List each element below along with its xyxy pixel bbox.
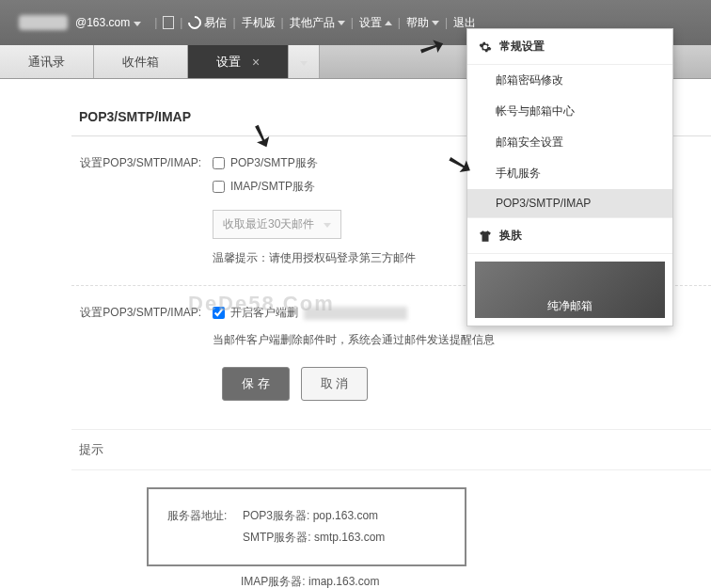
yixin-icon (186, 13, 205, 32)
days-select[interactable]: 收取最近30天邮件 (213, 210, 341, 239)
server-box: 服务器地址:POP3服务器: pop.163.com SMTP服务器: smtp… (147, 487, 466, 566)
email-domain: @163.com (75, 16, 130, 29)
imap-server: IMAP服务器: imap.163.com (241, 575, 379, 588)
other-products-menu[interactable]: 其他产品 (290, 15, 345, 31)
save-button[interactable]: 保 存 (222, 367, 290, 401)
username-blurred (19, 15, 68, 30)
skin-banner-label: 纯净邮箱 (547, 298, 592, 314)
cancel-button[interactable]: 取 消 (301, 367, 369, 401)
dropdown-head-skin-label: 换肤 (499, 228, 522, 244)
shirt-icon (479, 230, 492, 243)
yixin-link[interactable]: 易信 (188, 15, 227, 31)
settings-dropdown: 常规设置 邮箱密码修改 帐号与邮箱中心 邮箱安全设置 手机服务 POP3/SMT… (466, 28, 673, 326)
mobile-link[interactable]: 手机版 (242, 15, 276, 31)
help-menu[interactable]: 帮助 (406, 15, 439, 31)
button-row: 保 存 取 消 (222, 367, 711, 401)
tab-inbox[interactable]: 收件箱 (94, 45, 188, 78)
label-service: 设置POP3/SMTP/IMAP: (71, 155, 213, 171)
tips-head: 提示 (71, 429, 711, 470)
dropdown-head-skin[interactable]: 换肤 (467, 217, 672, 254)
server-label: 服务器地址: (167, 508, 243, 524)
tab-contacts[interactable]: 通讯录 (0, 45, 94, 78)
checkbox-imapsmtp-input[interactable] (213, 181, 225, 193)
dd-item-account[interactable]: 帐号与邮箱中心 (467, 96, 672, 127)
dd-item-mobile[interactable]: 手机服务 (467, 158, 672, 189)
checkbox-imapsmtp-label: IMAP/SMTP服务 (230, 179, 315, 195)
chevron-down-icon (134, 16, 141, 29)
phone-icon[interactable] (163, 16, 174, 29)
close-icon[interactable]: × (252, 55, 260, 70)
watermark: DeDe58.Com (188, 292, 335, 316)
pop-server: POP3服务器: pop.163.com (243, 509, 378, 522)
chevron-down-icon (324, 217, 331, 230)
smtp-server: SMTP服务器: smtp.163.com (243, 531, 385, 544)
tab-settings[interactable]: 设置 × (188, 45, 289, 78)
dropdown-head-general[interactable]: 常规设置 (467, 29, 672, 65)
gear-icon (479, 40, 492, 54)
account-menu[interactable]: @163.com (11, 15, 149, 30)
tab-settings-label: 设置 (216, 54, 241, 71)
skin-banner[interactable]: 纯净邮箱 (475, 262, 665, 318)
dd-item-security[interactable]: 邮箱安全设置 (467, 127, 672, 158)
dd-item-password[interactable]: 邮箱密码修改 (467, 65, 672, 96)
dd-item-pop3[interactable]: POP3/SMTP/IMAP (467, 189, 672, 217)
chevron-down-icon (300, 55, 308, 69)
delete-hint: 当邮件客户端删除邮件时，系统会通过邮件发送提醒信息 (213, 332, 711, 348)
settings-menu[interactable]: 设置 (359, 15, 392, 31)
dropdown-head-general-label: 常规设置 (499, 39, 545, 55)
checkbox-pop3smtp-label: POP3/SMTP服务 (230, 155, 318, 171)
tab-dropdown-toggle[interactable] (289, 45, 320, 78)
checkbox-pop3smtp-input[interactable] (213, 157, 225, 169)
